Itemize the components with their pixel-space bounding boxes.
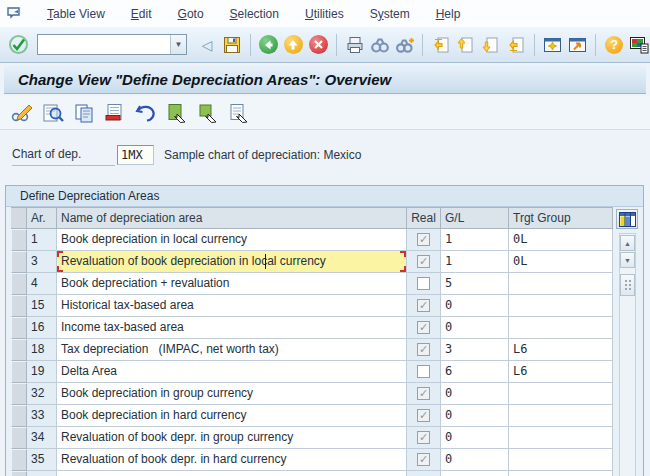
cell-gl-field[interactable]: 0 <box>441 427 509 449</box>
cell-name-field[interactable]: Revaluation of book depr. in hard curren… <box>57 449 407 471</box>
cell-name-field[interactable]: Book depreciation + revaluation <box>57 273 407 295</box>
cell-target-group-field[interactable] <box>509 427 613 449</box>
cell-target-group-field[interactable]: 0L <box>509 251 613 273</box>
cell-area-number[interactable]: 3 <box>27 251 57 273</box>
cell-real-checkbox[interactable]: ✓ <box>407 405 441 427</box>
toggle-display-change-button[interactable] <box>9 100 35 125</box>
row-selector-button[interactable] <box>11 317 27 339</box>
cell-area-number[interactable]: 15 <box>27 295 57 317</box>
cell-name-field[interactable]: Revaluation of book depr. in group curre… <box>57 427 407 449</box>
cell-gl-field[interactable]: 0 <box>441 317 509 339</box>
cell-target-group-field[interactable]: L6 <box>509 361 613 383</box>
copy-as-button[interactable] <box>71 100 97 125</box>
cell-area-number[interactable]: 16 <box>27 317 57 339</box>
cell-gl-field[interactable]: 0 <box>441 383 509 405</box>
vertical-scrollbar[interactable]: ▲ ▼ <box>619 233 636 476</box>
enter-button[interactable] <box>8 32 30 57</box>
find-next-button[interactable] <box>394 32 416 57</box>
cell-target-group-field[interactable]: L6 <box>509 339 613 361</box>
last-page-button[interactable] <box>505 32 527 57</box>
menu-edit[interactable]: Edit <box>118 2 165 26</box>
row-selector-button[interactable] <box>11 383 27 405</box>
customize-layout-button[interactable] <box>628 32 650 57</box>
exit-button[interactable] <box>282 32 304 57</box>
cell-name-field[interactable]: Book depreciation in hard currency <box>57 405 407 427</box>
choose-details-button[interactable] <box>40 100 66 125</box>
table-settings-button[interactable] <box>616 209 638 229</box>
command-dropdown-button[interactable]: ▼ <box>170 35 186 54</box>
cell-target-group-field[interactable]: 0L <box>509 229 613 251</box>
column-header-ar[interactable]: Ar. <box>27 207 57 229</box>
find-button[interactable] <box>369 32 391 57</box>
cell-area-number[interactable]: 1 <box>27 229 57 251</box>
cell-gl-field[interactable]: 3 <box>441 339 509 361</box>
scroll-down-button[interactable]: ▼ <box>620 252 635 268</box>
row-selector-button[interactable] <box>11 427 27 449</box>
cell-real-checkbox[interactable]: ✓ <box>407 317 441 339</box>
print-button[interactable] <box>344 32 366 57</box>
cell-gl-field[interactable]: 0 <box>441 449 509 471</box>
cell-gl-field[interactable]: 0 <box>441 295 509 317</box>
cell-name-field[interactable]: Book depreciation in group currency <box>57 383 407 405</box>
deselect-all-button[interactable] <box>226 100 252 125</box>
undo-button[interactable] <box>133 100 159 125</box>
select-all-rows-header[interactable] <box>11 207 27 229</box>
cell-real-checkbox[interactable] <box>407 273 441 295</box>
select-all-button[interactable] <box>164 100 190 125</box>
previous-page-button[interactable] <box>455 32 477 57</box>
cell-area-number[interactable]: 19 <box>27 361 57 383</box>
cell-name-field[interactable]: Tax depreciation (IMPAC, net worth tax) <box>57 339 407 361</box>
menu-utilities[interactable]: Utilities <box>292 2 357 26</box>
cell-gl-field[interactable]: 5 <box>441 273 509 295</box>
cell-gl-field[interactable] <box>441 471 509 476</box>
command-input[interactable] <box>38 35 170 54</box>
row-selector-button[interactable] <box>11 251 27 273</box>
column-header-name[interactable]: Name of depreciation area <box>57 207 407 229</box>
cell-target-group-field[interactable] <box>509 383 613 405</box>
column-header-gl[interactable]: G/L <box>441 207 509 229</box>
row-selector-button[interactable] <box>11 405 27 427</box>
cell-target-group-field[interactable] <box>509 471 613 476</box>
cell-real-checkbox[interactable]: ✓ <box>407 427 441 449</box>
menu-table-view[interactable]: Table View <box>34 2 118 26</box>
delete-line-button[interactable] <box>102 100 128 125</box>
cell-name-field[interactable]: Historical tax-based area <box>57 295 407 317</box>
cell-area-number[interactable]: 35 <box>27 449 57 471</box>
select-block-button[interactable] <box>195 100 221 125</box>
row-selector-button[interactable] <box>11 471 27 476</box>
cell-area-number[interactable]: 18 <box>27 339 57 361</box>
cell-real-checkbox[interactable]: ✓ <box>407 251 441 273</box>
next-page-button[interactable] <box>480 32 502 57</box>
cell-target-group-field[interactable] <box>509 295 613 317</box>
cell-area-number[interactable] <box>27 471 57 476</box>
cell-area-number[interactable]: 32 <box>27 383 57 405</box>
cell-gl-field[interactable]: 1 <box>441 251 509 273</box>
cell-name-field[interactable]: Book depreciation in local currency <box>57 229 407 251</box>
cancel-button[interactable] <box>307 32 329 57</box>
cell-real-checkbox[interactable] <box>407 361 441 383</box>
menu-help[interactable]: Help <box>423 2 474 26</box>
cell-gl-field[interactable]: 6 <box>441 361 509 383</box>
cell-real-checkbox[interactable] <box>407 471 441 476</box>
first-page-button[interactable] <box>430 32 452 57</box>
help-button[interactable]: ? <box>603 32 625 57</box>
cell-name-field[interactable]: Revaluation of book depreciation in loca… <box>57 251 407 273</box>
menu-goto[interactable]: Goto <box>165 2 217 26</box>
cell-target-group-field[interactable] <box>509 449 613 471</box>
cell-area-number[interactable]: 33 <box>27 405 57 427</box>
cell-real-checkbox[interactable]: ✓ <box>407 339 441 361</box>
cell-area-number[interactable]: 34 <box>27 427 57 449</box>
cell-real-checkbox[interactable]: ✓ <box>407 383 441 405</box>
cell-real-checkbox[interactable]: ✓ <box>407 295 441 317</box>
cell-name-field[interactable]: Delta Area <box>57 361 407 383</box>
column-header-trgt-group[interactable]: Trgt Group <box>509 207 613 229</box>
row-selector-button[interactable] <box>11 339 27 361</box>
cell-real-checkbox[interactable]: ✓ <box>407 229 441 251</box>
menu-selection[interactable]: Selection <box>217 2 292 26</box>
row-selector-button[interactable] <box>11 449 27 471</box>
create-shortcut-button[interactable] <box>567 32 589 57</box>
cell-area-number[interactable]: 4 <box>27 273 57 295</box>
row-selector-button[interactable] <box>11 361 27 383</box>
cell-target-group-field[interactable] <box>509 405 613 427</box>
save-button[interactable] <box>221 32 243 57</box>
